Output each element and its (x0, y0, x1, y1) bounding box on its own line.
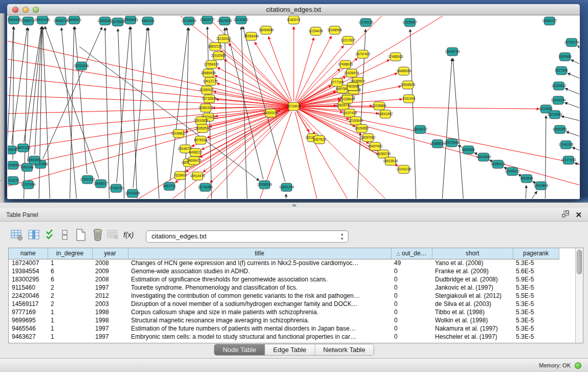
graph-node[interactable]: 19154587 (355, 124, 369, 133)
table-cell[interactable]: Jankovic et al. (1997) (432, 283, 513, 292)
graph-node[interactable]: 9151493 (402, 95, 416, 103)
graph-node[interactable]: 16210643 (548, 111, 562, 119)
show-columns-icon[interactable] (27, 228, 40, 242)
table-cell[interactable]: 0 (391, 283, 432, 292)
graph-node[interactable]: 20053346 (74, 62, 89, 70)
close-panel-icon[interactable]: ✕ (575, 210, 582, 220)
table-cell[interactable]: Dudbridge et al. (2008) (432, 275, 513, 283)
vertical-scrollbar[interactable] (575, 248, 583, 343)
graph-node[interactable]: 20732625 (202, 95, 217, 103)
table-cell[interactable]: 19384554 (9, 267, 48, 275)
table-cell[interactable]: 9115460 (9, 283, 48, 292)
graph-edge[interactable] (284, 194, 286, 199)
tab-network-table[interactable]: Network Table (315, 344, 374, 355)
table-mode-icon[interactable] (10, 228, 24, 242)
function-builder-icon[interactable]: f(x) (123, 228, 136, 242)
table-cell[interactable]: Estimation of the future numbers of pati… (128, 324, 391, 333)
table-cell[interactable]: Tourette syndrome. Phenomenology and cla… (128, 283, 391, 292)
graph-node[interactable]: 16841952 (378, 110, 393, 118)
table-cell[interactable]: 22420046 (9, 292, 48, 300)
graph-node[interactable]: 6466160 (141, 17, 155, 25)
table-cell[interactable]: Franke et al. (2009) (432, 267, 513, 275)
graph-node[interactable]: 15751074 (564, 38, 579, 47)
graph-node[interactable]: 18502651 (27, 156, 42, 164)
graph-node[interactable]: 12444154 (551, 96, 566, 104)
graph-node[interactable]: 18984707 (542, 17, 557, 25)
graph-edge[interactable] (568, 73, 579, 87)
graph-edge[interactable] (440, 58, 452, 199)
select-all-icon[interactable] (44, 228, 57, 242)
graph-edge[interactable] (561, 116, 579, 126)
table-cell[interactable]: Structural magnetic resonance image aver… (128, 316, 391, 324)
graph-node[interactable]: 9457791 (163, 182, 176, 190)
table-cell[interactable]: Investigating the contribution of common… (128, 292, 391, 300)
window-titlebar[interactable]: citations_edges.txt (7, 4, 580, 15)
graph-edge[interactable] (458, 145, 463, 147)
table-cell[interactable]: 5.3E-5 (513, 316, 559, 324)
network-graph[interactable]: 1872400712152062188021552202095917554300… (8, 16, 579, 199)
clear-selection-icon[interactable] (58, 228, 72, 242)
table-cell[interactable]: 1 (48, 316, 92, 324)
graph-node[interactable]: 9498222 (189, 148, 202, 157)
table-cell[interactable]: 18300295 (9, 275, 48, 283)
table-cell[interactable]: 2008 (92, 275, 128, 283)
graph-edge[interactable] (148, 28, 161, 199)
graph-node[interactable]: 17554300 (204, 60, 219, 69)
graph-edge[interactable] (564, 102, 579, 116)
graph-edge[interactable] (8, 75, 288, 106)
table-cell[interactable]: Estimation of significance thresholds fo… (128, 275, 391, 283)
graph-edge[interactable] (8, 36, 288, 105)
graph-node[interactable]: 11026864 (372, 102, 387, 110)
graph-edge[interactable] (75, 27, 87, 174)
table-cell[interactable]: 5.3E-5 (513, 324, 559, 333)
table-cell[interactable]: 5.9E-5 (513, 275, 559, 283)
table-cell[interactable]: Tibbo et al. (1998) (432, 308, 513, 316)
graph-node[interactable]: 18724007 (287, 102, 301, 111)
graph-node[interactable]: 16914479 (190, 172, 205, 180)
table-cell[interactable]: 9777169 (9, 308, 48, 316)
tab-node-table[interactable]: Node Table (214, 344, 265, 355)
graph-node[interactable]: 9357523 (313, 136, 326, 144)
graph-edge[interactable] (296, 36, 332, 101)
graph-node[interactable]: 18057082 (361, 134, 376, 142)
graph-node[interactable]: 19166827 (171, 129, 186, 138)
graph-node[interactable]: 16353594 (195, 124, 210, 133)
panel-splitter[interactable] (0, 203, 588, 208)
graph-node[interactable]: 15901245 (16, 144, 31, 152)
delete-table-icon[interactable] (106, 228, 120, 242)
table-row[interactable]: 946554611997Estimation of the future num… (9, 324, 559, 333)
graph-node[interactable]: 19565683 (123, 16, 138, 24)
column-header-short[interactable]: short (432, 248, 513, 259)
table-cell[interactable]: 9463627 (9, 333, 48, 341)
graph-edge[interactable] (453, 58, 466, 199)
graph-edge[interactable] (575, 163, 579, 174)
zoom-button[interactable] (33, 7, 39, 13)
graph-node[interactable]: 20691406 (35, 16, 50, 24)
graph-edge[interactable] (220, 51, 289, 103)
table-cell[interactable]: 2 (48, 292, 92, 300)
table-row[interactable]: 2242004622012Investigating the contribut… (9, 292, 559, 300)
table-cell[interactable]: Corpus callosum shape and size in male p… (128, 308, 391, 316)
graph-edge[interactable] (8, 95, 288, 106)
graph-node[interactable]: 11254439 (309, 27, 323, 35)
graph-node[interactable]: 14508505 (401, 81, 416, 89)
table-cell[interactable]: Disruption of a novel member of a sodium… (128, 300, 391, 308)
graph-edge[interactable] (577, 46, 579, 59)
graph-node[interactable]: 18802155 (208, 42, 223, 51)
graph-edge[interactable] (217, 68, 289, 104)
network-window[interactable]: citations_edges.txt 18724007121520621880… (7, 4, 580, 199)
table-cell[interactable]: 14569117 (9, 300, 48, 308)
graph-node[interactable]: 9634508 (462, 146, 475, 154)
graph-node[interactable]: 10945472 (505, 167, 520, 176)
graph-node[interactable]: 19862077 (200, 16, 215, 24)
table-cell[interactable]: 0 (391, 316, 432, 324)
table-row[interactable]: 977716911998Corpus callosum shape and si… (9, 308, 559, 316)
table-selector-dropdown[interactable]: citations_edges.txt ▲▼ (146, 230, 349, 243)
graph-node[interactable]: 18698321 (67, 16, 82, 24)
table-cell[interactable]: Stergiakouli et al. (2012) (432, 292, 513, 300)
graph-node[interactable]: 9806549 (520, 174, 533, 183)
table-cell[interactable]: 9699695 (9, 316, 48, 324)
graph-node[interactable]: 12414824 (534, 182, 549, 190)
graph-edge[interactable] (298, 16, 468, 103)
graph-edge[interactable] (8, 27, 13, 199)
